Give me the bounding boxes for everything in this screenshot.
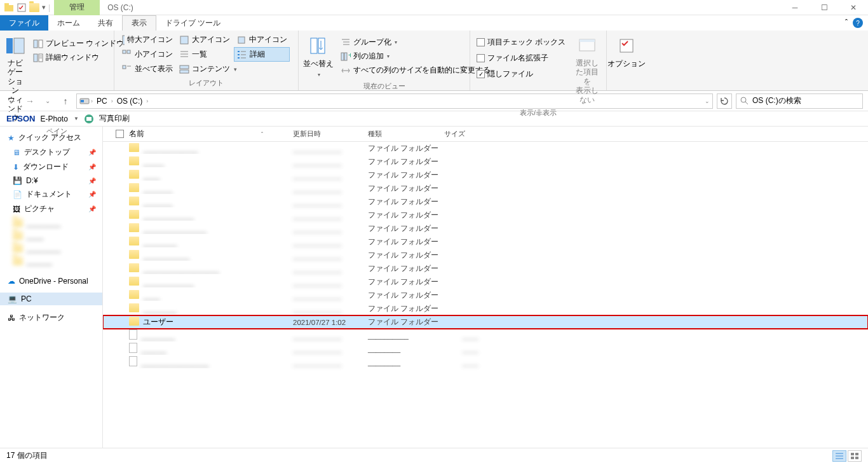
table-row[interactable]: ___________________________ファイル フォルダー [103, 222, 868, 235]
layout-more-icon[interactable]: ▾ [234, 66, 237, 73]
col-size[interactable]: サイズ [439, 127, 484, 141]
svg-rect-41 [81, 100, 84, 102]
hidden-items[interactable]: ✓隠しファイル [474, 67, 568, 81]
folder-icon [13, 218, 23, 227]
m-icons-button[interactable]: 中アイコン [234, 33, 290, 46]
details-button[interactable]: 詳細 [234, 47, 290, 62]
table-row[interactable]: ________________________ファイル フォルダー [103, 209, 868, 222]
s-icons-button[interactable]: 小アイコン [119, 47, 175, 62]
tab-home[interactable]: ホーム [48, 15, 89, 31]
options-button[interactable]: オプション [611, 33, 642, 72]
select-all-checkbox[interactable] [116, 130, 124, 138]
l-icons-button[interactable]: 大アイコン [177, 33, 233, 46]
help-icon[interactable]: ? [853, 18, 863, 28]
table-row[interactable]: ___________________ファイル フォルダー [103, 195, 868, 209]
sidebar-downloads[interactable]: ⬇ダウンロード📌 [0, 160, 102, 174]
preview-pane-button[interactable]: プレビュー ウィンドウ [31, 37, 126, 50]
chevron-right-icon[interactable]: › [91, 98, 93, 104]
sidebar-d-drive[interactable]: 💾D:¥📌 [0, 174, 102, 187]
sidebar-quick-access[interactable]: ★クイック アクセス [0, 130, 102, 145]
table-row[interactable]: _________________________ファイル フォルダー [103, 142, 868, 155]
file-date: ____________ [288, 238, 363, 246]
table-row[interactable]: ________________________ファイル フォルダー [103, 275, 868, 289]
content-button[interactable]: コンテンツ [177, 62, 233, 76]
folder-icon [129, 197, 139, 205]
file-date: ____________ [288, 332, 363, 340]
properties-icon[interactable] [17, 3, 27, 13]
table-row[interactable]: ________________ファイル フォルダー [103, 289, 868, 302]
table-row[interactable]: ユーザー2021/07/27 1:02ファイル フォルダー [103, 315, 868, 329]
table-row[interactable]: ________________________________________ [103, 356, 868, 369]
tab-view[interactable]: 表示 [122, 15, 156, 31]
chevron-right-icon[interactable]: › [146, 98, 148, 104]
chevron-right-icon[interactable]: › [111, 98, 113, 104]
col-type[interactable]: 種類 [363, 127, 439, 141]
table-row[interactable]: __________________________________ [103, 329, 868, 342]
tiles-button[interactable]: 並べて表示 [119, 62, 175, 76]
address-bar[interactable]: › PC › OS (C:) › ⌄ [76, 93, 713, 109]
maximize-button[interactable]: ☐ [810, 0, 839, 15]
epson-dropdown-icon[interactable]: ▼ [74, 116, 79, 121]
recent-dropdown[interactable]: ⌄ [41, 94, 55, 108]
tab-share[interactable]: 共有 [89, 15, 122, 31]
file-name: ________ [141, 331, 175, 340]
folder-icon [129, 143, 139, 152]
file-type: ファイル フォルダー [363, 317, 439, 327]
folder-icon [129, 303, 139, 312]
table-row[interactable]: _________________ファイル フォルダー [103, 155, 868, 169]
close-button[interactable]: ✕ [839, 0, 868, 15]
search-box[interactable]: OS (C:)の検索 [736, 93, 863, 109]
thumbnails-view-button[interactable] [848, 450, 862, 462]
item-check-boxes[interactable]: 項目チェック ボックス [474, 36, 568, 49]
svg-rect-39 [620, 39, 633, 52]
table-row[interactable]: ________________ファイル フォルダー [103, 169, 868, 182]
epson-product[interactable]: E-Photo [41, 114, 68, 123]
file-date: ____________ [288, 158, 363, 166]
svg-rect-1 [4, 3, 9, 5]
details-pane-button[interactable]: 詳細ウィンドウ [31, 51, 126, 64]
sidebar-network[interactable]: 🖧ネットワーク [0, 310, 102, 325]
refresh-button[interactable] [717, 93, 732, 109]
list-button[interactable]: 一覧 [177, 47, 233, 62]
folder-icon [129, 250, 139, 259]
forward-button[interactable]: → [23, 94, 37, 108]
sidebar-documents[interactable]: 📄ドキュメント📌 [0, 187, 102, 202]
crumb-drive[interactable]: OS (C:) [114, 95, 146, 107]
hide-selected-button[interactable]: 選択した項目を 表示しない [572, 33, 602, 107]
sidebar-item[interactable]: ________ [0, 242, 102, 254]
back-button[interactable]: ← [5, 94, 19, 108]
table-row[interactable]: ______________________________ [103, 342, 868, 356]
file-type: ファイル フォルダー [363, 170, 439, 180]
xl-icons-button[interactable]: 特大アイコン [119, 33, 175, 46]
table-row[interactable]: _______________________ファイル フォルダー [103, 249, 868, 262]
photo-print-button[interactable]: 写真印刷 [99, 113, 130, 124]
crumb-pc[interactable]: PC [94, 95, 110, 107]
minimize-ribbon-icon[interactable]: ˆ [845, 18, 848, 27]
sort-button[interactable]: 並べ替え▾ [302, 33, 334, 80]
table-row[interactable]: ____________________ファイル フォルダー [103, 302, 868, 315]
file-type: ________ [363, 359, 439, 366]
sidebar-onedrive[interactable]: ☁OneDrive - Personal [0, 275, 102, 287]
address-dropdown-icon[interactable]: ⌄ [705, 98, 710, 104]
col-date[interactable]: 更新日時 [288, 127, 363, 141]
tab-file[interactable]: ファイル [0, 15, 48, 31]
file-type: ファイル フォルダー [363, 304, 439, 314]
svg-rect-14 [123, 50, 126, 53]
details-view-button[interactable] [832, 450, 846, 462]
table-row[interactable]: ___________________ファイル フォルダー [103, 182, 868, 195]
col-name[interactable]: 名前ˆ [124, 127, 288, 142]
sidebar-pictures[interactable]: 🖼ピクチャ📌 [0, 202, 102, 216]
sidebar-item[interactable]: ____ [0, 229, 102, 242]
tab-drive-tools[interactable]: ドライブ ツール [156, 15, 229, 31]
file-name-extensions[interactable]: ファイル名拡張子 [474, 52, 568, 65]
sidebar-desktop[interactable]: 🖥デスクトップ📌 [0, 145, 102, 160]
table-row[interactable]: ____________________ファイル フォルダー [103, 235, 868, 249]
minimize-button[interactable]: ─ [780, 0, 810, 15]
sidebar-pc[interactable]: 💻PC [0, 293, 102, 305]
sidebar-item[interactable]: ______ [0, 254, 102, 267]
sidebar-item[interactable]: ________ [0, 216, 102, 229]
table-row[interactable]: ______________________________ファイル フォルダー [103, 262, 868, 275]
up-button[interactable]: ↑ [58, 94, 72, 108]
contextual-tab-label: 管理 [54, 0, 100, 15]
qat-dropdown-icon[interactable]: ▾ [42, 3, 46, 11]
